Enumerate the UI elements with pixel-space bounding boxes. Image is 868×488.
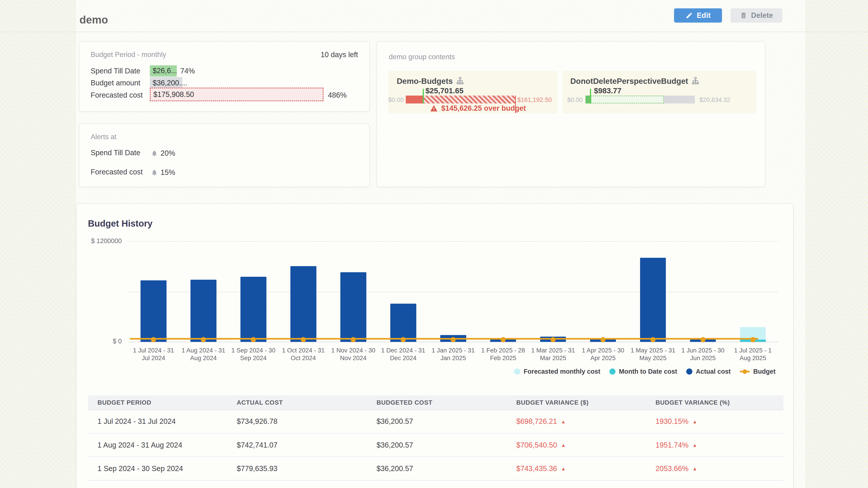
variance-up-icon: ▲	[692, 419, 697, 424]
table-header-cell: BUDGETED COST	[377, 399, 516, 406]
bell-icon	[151, 169, 158, 177]
table-header-cell: BUDGET VARIANCE ($)	[516, 399, 655, 406]
budget-history-table: BUDGET PERIODACTUAL COSTBUDGETED COSTBUD…	[88, 395, 783, 481]
chart-category-8	[528, 241, 578, 342]
chart-category-12	[728, 241, 778, 342]
edit-button-label: Edit	[697, 11, 711, 20]
cell-value: $743,435.36	[516, 464, 557, 473]
actual-cost-bar[interactable]	[141, 281, 166, 342]
chart-category-11	[678, 241, 728, 342]
table-row: 1 Jul 2024 - 31 Jul 2024$734,926.78$36,2…	[88, 410, 783, 433]
header-divider	[0, 32, 868, 32]
bar-min-label: $0.00	[388, 96, 403, 103]
budget-amount-label: Budget amount	[91, 79, 141, 87]
chart-category-10	[628, 241, 678, 342]
cell-value: $742,741.07	[237, 441, 277, 449]
budget-usage-bar	[406, 96, 515, 103]
bar-min-label: $0.00	[566, 96, 583, 103]
legend-label: Month to Date cost	[619, 368, 677, 375]
budget-tile-demo-budgets: Demo-Budgets $25,701.65 $0.00 $161,192.5	[388, 71, 557, 113]
cell-value: $706,540.50	[516, 441, 557, 449]
budget-history-title: Budget History	[88, 219, 153, 229]
cell-value: 2053.66%	[655, 464, 688, 473]
alert-spend-label: Spend Till Date	[91, 149, 141, 157]
legend-label: Actual cost	[696, 368, 731, 375]
table-cell: $36,200.57	[377, 464, 516, 473]
table-cell: 1951.74%▲	[655, 441, 783, 449]
legend-swatch	[686, 368, 692, 375]
alerts-card: Alerts at Spend Till Date 20% Forecasted…	[79, 123, 370, 187]
table-cell: 1 Sep 2024 - 30 Sep 2024	[88, 464, 237, 473]
budget-line	[130, 338, 758, 339]
table-cell: $742,741.07	[237, 441, 376, 449]
chart-category-4	[328, 241, 378, 342]
spend-till-date-pct: 74%	[180, 67, 195, 75]
alert-spend-value: 20%	[160, 149, 175, 158]
overbudget-alert-text: $145,626.25 over budget	[441, 104, 526, 112]
days-left-label: 10 days left	[320, 51, 358, 59]
actual-cost-bar[interactable]	[191, 280, 217, 342]
table-cell: $36,200.57	[377, 417, 516, 426]
screen: demo Edit Delete Budget Period - monthly…	[0, 0, 868, 488]
budget-link-donotdelete[interactable]: DonotDeletePerspectiveBudget	[570, 76, 700, 86]
table-cell: $698,726.21▲	[516, 417, 655, 426]
variance-up-icon: ▲	[692, 466, 697, 471]
actual-cost-bar[interactable]	[640, 258, 666, 342]
bar-max-label: $20,634.32	[700, 96, 730, 103]
alert-forecast-label: Forecasted cost	[91, 168, 143, 176]
page-background: demo Edit Delete Budget Period - monthly…	[0, 0, 868, 488]
table-cell: $706,540.50▲	[516, 441, 655, 449]
legend-item-actual-cost[interactable]: Actual cost	[686, 368, 731, 375]
cell-value: $36,200.57	[377, 464, 413, 473]
budget-link-demo-budgets[interactable]: Demo-Budgets	[397, 76, 464, 86]
table-cell: $36,200.57	[377, 441, 516, 449]
legend-item-budget[interactable]: Budget	[740, 368, 776, 375]
actual-cost-bar[interactable]	[241, 277, 267, 342]
x-axis-label: 1 Oct 2024 - 31 Oct 2024	[278, 347, 328, 362]
table-cell: 2053.66%▲	[655, 464, 783, 473]
chart-category-3	[278, 241, 328, 342]
legend-item-forecasted-monthly-cost[interactable]: Forecasted monthly cost	[514, 368, 600, 375]
x-axis-label: 1 Jul 2024 - 31 Jul 2024	[129, 347, 179, 362]
x-axis-label: 1 Dec 2024 - 31 Dec 2024	[378, 347, 428, 362]
bar-spend-segment	[406, 96, 423, 103]
table-header-cell: BUDGET VARIANCE (%)	[655, 399, 783, 406]
legend-item-month-to-date-cost[interactable]: Month to Date cost	[610, 368, 677, 375]
budget-name: DonotDeletePerspectiveBudget	[570, 76, 688, 86]
table-cell: 1930.15%▲	[655, 417, 783, 426]
cell-value: 1 Aug 2024 - 31 Aug 2024	[97, 441, 182, 449]
cell-value: $734,926.78	[237, 417, 277, 425]
x-axis-label: 1 Jan 2025 - 31 Jan 2025	[428, 347, 478, 362]
actual-cost-bar[interactable]	[391, 304, 416, 342]
chart-category-9	[578, 241, 628, 342]
chart-xlabels: 1 Jul 2024 - 31 Jul 20241 Aug 2024 - 31 …	[129, 347, 778, 362]
cell-value: 1 Sep 2024 - 30 Sep 2024	[97, 464, 183, 473]
forecasted-cost-label: Forecasted cost	[91, 91, 143, 99]
x-axis-label: 1 Aug 2024 - 31 Aug 2024	[178, 347, 228, 362]
cell-value: $779,635.93	[237, 464, 277, 473]
y-axis-zero-label: $ 0	[60, 337, 122, 345]
chart-category-0	[129, 241, 179, 342]
forecasted-cost-pct: 486%	[328, 91, 347, 99]
hierarchy-icon	[691, 77, 700, 85]
y-axis-top-label: $ 1200000	[60, 237, 122, 245]
legend-label: Budget	[753, 368, 776, 375]
table-body: 1 Jul 2024 - 31 Jul 2024$734,926.78$36,2…	[88, 410, 783, 481]
budget-tile-donotdelete: DonotDeletePerspectiveBudget $983.77 $0.…	[562, 71, 756, 113]
delete-button[interactable]: Delete	[731, 8, 782, 22]
budget-amount-chip: $36,200....	[150, 77, 183, 89]
x-axis-label: 1 Jun 2025 - 30 Jun 2025	[678, 347, 728, 362]
table-row: 1 Sep 2024 - 30 Sep 2024$779,635.93$36,2…	[88, 457, 783, 481]
spend-till-date-label: Spend Till Date	[91, 67, 141, 75]
chart-plot	[129, 241, 778, 342]
x-axis-label: 1 Feb 2025 - 28 Feb 2025	[478, 347, 528, 362]
edit-button[interactable]: Edit	[674, 8, 722, 22]
overbudget-alert: $145,626.25 over budget	[430, 104, 526, 112]
chart-category-1	[178, 241, 228, 342]
actual-cost-bar[interactable]	[290, 266, 316, 342]
cell-value: $698,726.21	[516, 417, 557, 425]
alert-forecast-value: 15%	[160, 168, 175, 177]
actual-cost-bar[interactable]	[340, 272, 366, 342]
bar-max-label: $161,192.50	[518, 96, 552, 103]
group-contents-card: demo group contents Demo-Budgets $25,701…	[377, 41, 766, 187]
